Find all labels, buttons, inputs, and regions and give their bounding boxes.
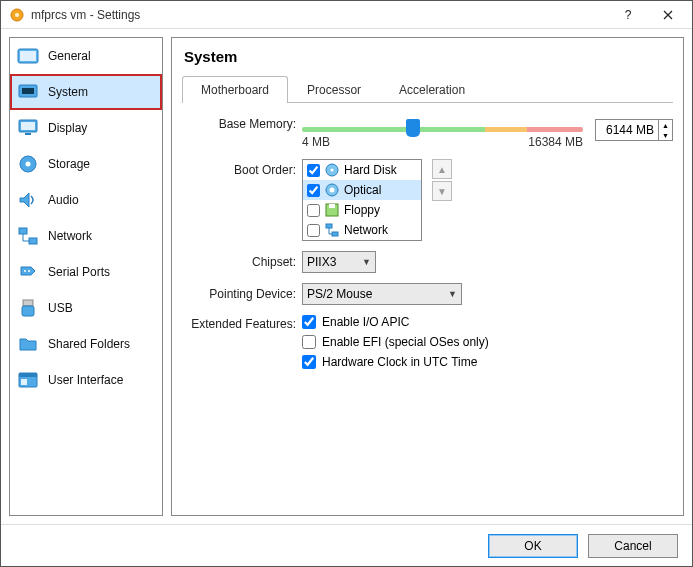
ok-button[interactable]: OK bbox=[488, 534, 578, 558]
sidebar-item-label: Serial Ports bbox=[48, 265, 110, 279]
sidebar-item-user-interface[interactable]: User Interface bbox=[10, 362, 162, 398]
sidebar-item-audio[interactable]: Audio bbox=[10, 182, 162, 218]
footer: OK Cancel bbox=[1, 524, 692, 566]
ext-feat-ioapic[interactable]: Enable I/O APIC bbox=[302, 315, 489, 329]
base-memory-label: Base Memory: bbox=[182, 117, 302, 131]
app-icon bbox=[9, 7, 25, 23]
ext-label: Hardware Clock in UTC Time bbox=[322, 355, 477, 369]
ext-check-efi[interactable] bbox=[302, 335, 316, 349]
chipset-value: PIIX3 bbox=[307, 255, 336, 269]
base-memory-spinbox[interactable]: ▲ ▼ bbox=[595, 119, 673, 141]
boot-order-label: Boot Order: bbox=[182, 159, 302, 177]
shared-folders-icon bbox=[16, 332, 40, 356]
sidebar-item-system[interactable]: System bbox=[10, 74, 162, 110]
pointing-select[interactable]: PS/2 Mouse ▼ bbox=[302, 283, 462, 305]
boot-item-harddisk[interactable]: Hard Disk bbox=[303, 160, 421, 180]
boot-order-list[interactable]: Hard Disk Optical Floppy bbox=[302, 159, 422, 241]
boot-order-row: Boot Order: Hard Disk Optical bbox=[182, 159, 673, 241]
tab-motherboard[interactable]: Motherboard bbox=[182, 76, 288, 103]
svg-point-1 bbox=[15, 13, 19, 17]
ext-check-ioapic[interactable] bbox=[302, 315, 316, 329]
slider-max-label: 16384 MB bbox=[528, 135, 583, 149]
sidebar-item-general[interactable]: General bbox=[10, 38, 162, 74]
network-icon bbox=[16, 224, 40, 248]
sidebar-item-label: Display bbox=[48, 121, 87, 135]
storage-icon bbox=[16, 152, 40, 176]
spin-up-icon[interactable]: ▲ bbox=[658, 120, 672, 130]
chevron-down-icon: ▼ bbox=[362, 257, 371, 267]
boot-item-label: Hard Disk bbox=[344, 163, 397, 177]
ext-feat-utc[interactable]: Hardware Clock in UTC Time bbox=[302, 355, 489, 369]
boot-move-up-button[interactable]: ▲ bbox=[432, 159, 452, 179]
ext-label: Enable EFI (special OSes only) bbox=[322, 335, 489, 349]
svg-rect-8 bbox=[25, 133, 31, 135]
usb-icon bbox=[16, 296, 40, 320]
boot-item-optical[interactable]: Optical bbox=[303, 180, 421, 200]
svg-rect-3 bbox=[20, 51, 36, 61]
serial-ports-icon bbox=[16, 260, 40, 284]
sidebar-item-usb[interactable]: USB bbox=[10, 290, 162, 326]
ext-check-utc[interactable] bbox=[302, 355, 316, 369]
svg-rect-12 bbox=[29, 238, 37, 244]
sidebar-item-network[interactable]: Network bbox=[10, 218, 162, 254]
ext-label: Enable I/O APIC bbox=[322, 315, 409, 329]
svg-rect-7 bbox=[21, 122, 35, 130]
slider-min-label: 4 MB bbox=[302, 135, 330, 149]
sidebar-item-storage[interactable]: Storage bbox=[10, 146, 162, 182]
sidebar-item-label: User Interface bbox=[48, 373, 123, 387]
extended-label: Extended Features: bbox=[182, 315, 302, 331]
svg-point-14 bbox=[28, 270, 30, 272]
sidebar-item-shared-folders[interactable]: Shared Folders bbox=[10, 326, 162, 362]
cancel-button[interactable]: Cancel bbox=[588, 534, 678, 558]
sidebar-item-label: USB bbox=[48, 301, 73, 315]
tab-processor[interactable]: Processor bbox=[288, 76, 380, 103]
ext-feat-efi[interactable]: Enable EFI (special OSes only) bbox=[302, 335, 489, 349]
svg-point-21 bbox=[331, 169, 334, 172]
boot-check-network[interactable] bbox=[307, 224, 320, 237]
svg-rect-26 bbox=[326, 224, 332, 228]
optical-icon bbox=[324, 182, 340, 198]
svg-rect-11 bbox=[19, 228, 27, 234]
help-button[interactable]: ? bbox=[608, 1, 648, 29]
base-memory-input[interactable] bbox=[596, 120, 658, 140]
boot-move-down-button[interactable]: ▼ bbox=[432, 181, 452, 201]
sidebar-item-display[interactable]: Display bbox=[10, 110, 162, 146]
sidebar-item-label: Storage bbox=[48, 157, 90, 171]
tabs: Motherboard Processor Acceleration bbox=[182, 75, 673, 103]
main-panel: System Motherboard Processor Acceleratio… bbox=[171, 37, 684, 516]
close-button[interactable] bbox=[648, 1, 688, 29]
chipset-label: Chipset: bbox=[182, 255, 302, 269]
boot-item-label: Network bbox=[344, 223, 388, 237]
titlebar: mfprcs vm - Settings ? bbox=[1, 1, 692, 29]
boot-item-label: Optical bbox=[344, 183, 381, 197]
tab-acceleration[interactable]: Acceleration bbox=[380, 76, 484, 103]
boot-check-harddisk[interactable] bbox=[307, 164, 320, 177]
boot-check-floppy[interactable] bbox=[307, 204, 320, 217]
svg-rect-18 bbox=[19, 373, 37, 377]
pointing-value: PS/2 Mouse bbox=[307, 287, 372, 301]
floppy-icon bbox=[324, 202, 340, 218]
svg-rect-27 bbox=[332, 232, 338, 236]
sidebar-item-label: Shared Folders bbox=[48, 337, 130, 351]
svg-rect-16 bbox=[22, 306, 34, 316]
chipset-row: Chipset: PIIX3 ▼ bbox=[182, 251, 673, 273]
base-memory-slider[interactable]: 4 MB 16384 MB bbox=[302, 117, 583, 143]
network-boot-icon bbox=[324, 222, 340, 238]
svg-rect-25 bbox=[329, 204, 335, 208]
pointing-row: Pointing Device: PS/2 Mouse ▼ bbox=[182, 283, 673, 305]
chipset-select[interactable]: PIIX3 ▼ bbox=[302, 251, 376, 273]
boot-check-optical[interactable] bbox=[307, 184, 320, 197]
boot-item-floppy[interactable]: Floppy bbox=[303, 200, 421, 220]
spin-down-icon[interactable]: ▼ bbox=[658, 130, 672, 140]
svg-rect-19 bbox=[21, 379, 27, 385]
sidebar-item-serial-ports[interactable]: Serial Ports bbox=[10, 254, 162, 290]
extended-row: Extended Features: Enable I/O APIC Enabl… bbox=[182, 315, 673, 369]
svg-rect-5 bbox=[22, 88, 34, 94]
chevron-down-icon: ▼ bbox=[448, 289, 457, 299]
harddisk-icon bbox=[324, 162, 340, 178]
boot-item-label: Floppy bbox=[344, 203, 380, 217]
svg-point-23 bbox=[330, 188, 335, 193]
svg-point-10 bbox=[26, 162, 31, 167]
boot-item-network[interactable]: Network bbox=[303, 220, 421, 240]
sidebar-item-label: Network bbox=[48, 229, 92, 243]
